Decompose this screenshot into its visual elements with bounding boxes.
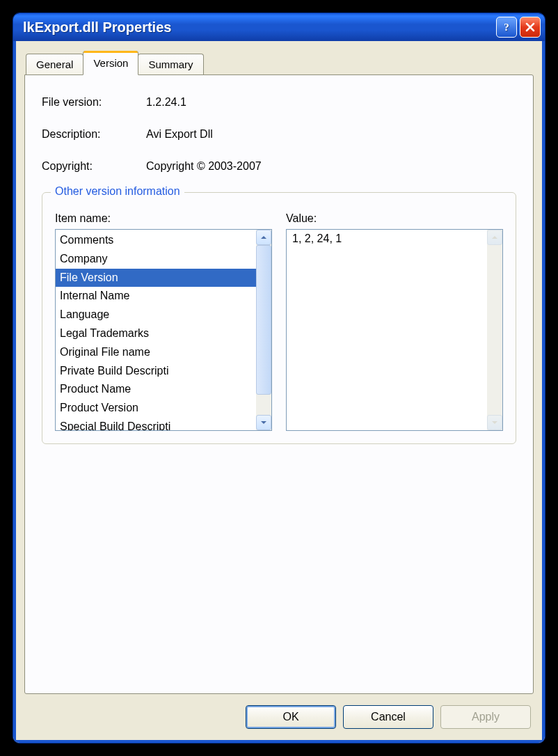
chevron-up-icon xyxy=(260,234,267,241)
help-icon: ? xyxy=(501,22,512,33)
scroll-down-button[interactable] xyxy=(256,415,271,430)
help-button[interactable]: ? xyxy=(496,17,517,38)
scroll-down-button xyxy=(487,415,502,430)
ok-button[interactable]: OK xyxy=(246,705,336,729)
client-area: General Version Summary File version: 1.… xyxy=(13,41,545,743)
window-title: lkExport.dll Properties xyxy=(23,19,493,36)
copyright-label: Copyright: xyxy=(42,160,146,173)
list-item[interactable]: Company xyxy=(56,250,256,269)
value-label: Value: xyxy=(286,212,503,225)
list-item[interactable]: Language xyxy=(56,306,256,324)
properties-dialog: lkExport.dll Properties ? General Versio… xyxy=(13,13,545,743)
scroll-up-button[interactable] xyxy=(256,230,271,245)
svg-text:?: ? xyxy=(504,22,509,33)
dialog-buttons: OK Cancel Apply xyxy=(246,705,531,729)
description-value: Avi Export Dll xyxy=(146,128,516,141)
item-name-column: Item name: Comments Company File Version… xyxy=(55,212,272,431)
list-item[interactable]: Private Build Descripti xyxy=(56,362,256,381)
list-item[interactable]: Product Version xyxy=(56,399,256,418)
list-item[interactable]: Special Build Descripti xyxy=(56,418,256,430)
list-item[interactable]: Internal Name xyxy=(56,287,256,306)
tab-panel-version: File version: 1.2.24.1 Description: Avi … xyxy=(24,74,534,694)
value-box: 1, 2, 24, 1 xyxy=(286,229,503,431)
scroll-up-button xyxy=(487,230,502,245)
file-version-value: 1.2.24.1 xyxy=(146,96,516,109)
field-file-version: File version: 1.2.24.1 xyxy=(42,96,516,109)
tabs: General Version Summary xyxy=(26,51,534,74)
value-scrollbar xyxy=(487,230,502,430)
list-item[interactable]: File Version xyxy=(56,269,256,288)
close-icon xyxy=(525,22,535,32)
chevron-down-icon xyxy=(260,419,267,426)
other-version-groupbox: Other version information Item name: Com… xyxy=(42,192,516,444)
item-scrollbar[interactable] xyxy=(256,230,271,430)
copyright-value: Copyright © 2003-2007 xyxy=(146,160,516,173)
file-version-label: File version: xyxy=(42,96,146,109)
value-column: Value: 1, 2, 24, 1 xyxy=(286,212,503,431)
value-text: 1, 2, 24, 1 xyxy=(287,230,487,430)
close-button[interactable] xyxy=(520,17,541,38)
item-name-label: Item name: xyxy=(55,212,272,225)
list-item[interactable]: Product Name xyxy=(56,380,256,399)
field-description: Description: Avi Export Dll xyxy=(42,128,516,141)
list-item[interactable]: Legal Trademarks xyxy=(56,324,256,343)
item-listbox[interactable]: Comments Company File Version Internal N… xyxy=(55,229,272,431)
scroll-track xyxy=(487,245,502,415)
scroll-track[interactable] xyxy=(256,245,271,415)
list-item[interactable]: Comments xyxy=(56,231,256,250)
tab-version[interactable]: Version xyxy=(83,51,138,75)
scroll-thumb[interactable] xyxy=(256,245,271,395)
list-item[interactable]: Original File name xyxy=(56,343,256,362)
cancel-button[interactable]: Cancel xyxy=(343,705,433,729)
description-label: Description: xyxy=(42,128,146,141)
chevron-up-icon xyxy=(491,234,498,241)
chevron-down-icon xyxy=(491,419,498,426)
field-copyright: Copyright: Copyright © 2003-2007 xyxy=(42,160,516,173)
titlebar: lkExport.dll Properties ? xyxy=(13,13,545,41)
apply-button[interactable]: Apply xyxy=(440,705,531,729)
tab-general[interactable]: General xyxy=(26,54,83,74)
groupbox-legend: Other version information xyxy=(51,185,184,198)
tab-summary[interactable]: Summary xyxy=(138,54,203,74)
